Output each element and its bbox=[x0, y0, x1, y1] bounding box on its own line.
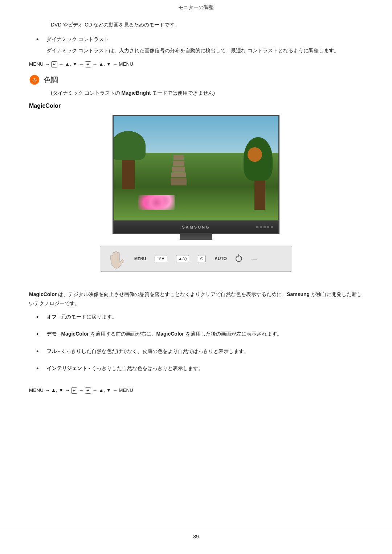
bullet-dot: • bbox=[36, 35, 46, 44]
bullet-full-content: フル - くっきりした自然な色だけでなく、皮膚の色をより自然ではっきりと表示しま… bbox=[46, 347, 249, 356]
bullet-intelligent-label: インテリジェント bbox=[46, 365, 87, 371]
menu-nav-2: MENU → ▲, ▼ → ↵ → ↵ → ▲, ▼ → MENU bbox=[29, 386, 363, 394]
nav-box-enter4: ↵ bbox=[85, 387, 91, 394]
bullet-desc-dynamic: ダイナミック コントラストは、入力された画像信号の分布を自動的に検出して、最適な… bbox=[46, 46, 363, 55]
pagoda-tier-2 bbox=[173, 161, 184, 166]
minus-button[interactable]: — bbox=[251, 255, 257, 263]
bullet-full-desc: くっきりした自然な色だけでなく、皮膚の色をより自然ではっきりと表示します。 bbox=[61, 348, 249, 354]
monitor-btn-1 bbox=[256, 226, 258, 228]
monitor-btn-4 bbox=[267, 226, 269, 228]
pagoda-tier-5 bbox=[171, 178, 187, 185]
ctrl-btn-3[interactable]: ⊙ bbox=[198, 255, 206, 262]
bullet-item-intelligent: • インテリジェント - くっきりした自然な色をはっきりと表示します。 bbox=[29, 364, 363, 373]
monitor-btn-3 bbox=[264, 226, 266, 228]
bullet-item-demo: • デモ - MagicColor を適用する前の画面が右に、MagicColo… bbox=[29, 330, 363, 339]
note-bold: MagicBright bbox=[121, 90, 151, 96]
bullet-demo-label: デモ bbox=[46, 331, 57, 337]
monitor-image-container: SAMSUNG bbox=[29, 115, 363, 283]
bullet-off-label: オフ bbox=[46, 314, 57, 320]
bullet-item-full: • フル - くっきりした自然な色だけでなく、皮膚の色をより自然ではっきりと表示… bbox=[29, 347, 363, 356]
bullet-full-label: フル bbox=[46, 348, 57, 354]
control-bar: MENU □/▼ ▲/◇ ⊙ AUTO — bbox=[100, 246, 292, 272]
nav-box-enter2: ↵ bbox=[85, 61, 91, 67]
ctrl-auto-label: AUTO bbox=[215, 256, 227, 261]
bullet-demo-content: デモ - MagicColor を適用する前の画面が右に、MagicColor … bbox=[46, 330, 282, 338]
bullet-item-off: • オフ - 元のモードに戻ります。 bbox=[29, 313, 363, 322]
tree-left bbox=[122, 145, 135, 189]
bullet-intelligent-content: インテリジェント - くっきりした自然な色をはっきりと表示します。 bbox=[46, 364, 203, 373]
monitor-buttons bbox=[256, 226, 273, 228]
nav-box-enter3: ↵ bbox=[71, 387, 77, 394]
page-container: モニターの調整 DVD やビデオ CD などの動画を見るためのモードです。 • … bbox=[0, 0, 392, 554]
bullet-demo-bold2: MagicColor bbox=[156, 331, 184, 337]
power-button[interactable] bbox=[236, 255, 242, 262]
control-bar-container: MENU □/▼ ▲/◇ ⊙ AUTO — bbox=[100, 246, 292, 272]
flowers bbox=[138, 195, 175, 210]
note-text: (ダイナミック コントラストの MagicBright モードでは使用できません… bbox=[51, 89, 363, 98]
nav-box-enter1: ↵ bbox=[51, 61, 57, 67]
page-header: モニターの調整 bbox=[0, 0, 392, 14]
bullet-dot-demo: • bbox=[36, 330, 46, 339]
intro-text-label: DVD やビデオ CD などの動画を見るためのモードです。 bbox=[51, 22, 180, 28]
page-footer-border: 39 bbox=[0, 530, 392, 539]
bullet-off-desc: 元のモードに戻ります。 bbox=[61, 314, 117, 320]
monitor-scene bbox=[114, 116, 278, 220]
page-number: 39 bbox=[193, 534, 199, 539]
bullet-dynamic-contrast: • ダイナミック コントラスト ダイナミック コントラストは、入力された画像信号… bbox=[29, 35, 363, 55]
samsung-logo: SAMSUNG bbox=[182, 225, 210, 229]
ctrl-btn-2[interactable]: ▲/◇ bbox=[176, 255, 189, 262]
content-area: DVD やビデオ CD などの動画を見るためのモードです。 • ダイナミック コ… bbox=[0, 21, 392, 423]
bullet-item-dynamic: • ダイナミック コントラスト bbox=[29, 35, 363, 44]
pagoda-tier-3 bbox=[172, 167, 185, 172]
pagoda-tier-4 bbox=[171, 172, 186, 177]
bullet-off-content: オフ - 元のモードに戻ります。 bbox=[46, 313, 117, 321]
bullet-title-dynamic: ダイナミック コントラスト bbox=[46, 35, 109, 44]
ctrl-btn-1[interactable]: □/▼ bbox=[155, 255, 167, 262]
bullet-dot-intelligent: • bbox=[36, 364, 46, 373]
magic-color-bold: MagicColor bbox=[29, 291, 57, 297]
pagoda-tier-1 bbox=[173, 155, 184, 160]
section-header-color: ◎ 色調 bbox=[29, 74, 363, 85]
magic-color-heading: MagicColor bbox=[29, 103, 363, 109]
magic-color-desc: MagicColor は、デジタル映像を向上させ画像の品質を落とすことなくよりク… bbox=[29, 290, 363, 308]
header-title: モニターの調整 bbox=[178, 4, 214, 10]
bullet-demo-bold1: MagicColor bbox=[61, 331, 89, 337]
bullet-dot-off: • bbox=[36, 313, 46, 322]
bullet-intelligent-desc: くっきりした自然な色をはっきりと表示します。 bbox=[91, 365, 203, 371]
tree-right bbox=[254, 159, 265, 210]
power-button-line bbox=[238, 254, 239, 257]
color-section-icon: ◎ bbox=[29, 74, 40, 85]
hand-cursor-icon bbox=[107, 250, 126, 270]
menu-nav-1: MENU → ↵ → ▲, ▼ → ↵ → ▲, ▼ → MENU bbox=[29, 60, 363, 68]
svg-text:◎: ◎ bbox=[32, 77, 37, 83]
monitor-btn-5 bbox=[271, 226, 273, 228]
section-title-color: 色調 bbox=[44, 75, 58, 85]
monitor-bezel-bottom: SAMSUNG bbox=[113, 220, 279, 234]
monitor-screen bbox=[113, 115, 279, 220]
menu-label: MENU bbox=[134, 257, 146, 261]
intro-text: DVD やビデオ CD などの動画を見るためのモードです。 bbox=[51, 21, 363, 29]
monitor-btn-2 bbox=[260, 226, 262, 228]
monitor-stand bbox=[180, 234, 212, 240]
hand-cursor-area bbox=[107, 250, 126, 268]
samsung-bold: Samsung bbox=[287, 291, 310, 297]
bullet-dot-full: • bbox=[36, 347, 46, 356]
pagoda bbox=[171, 155, 186, 184]
orange-circle bbox=[248, 147, 262, 162]
